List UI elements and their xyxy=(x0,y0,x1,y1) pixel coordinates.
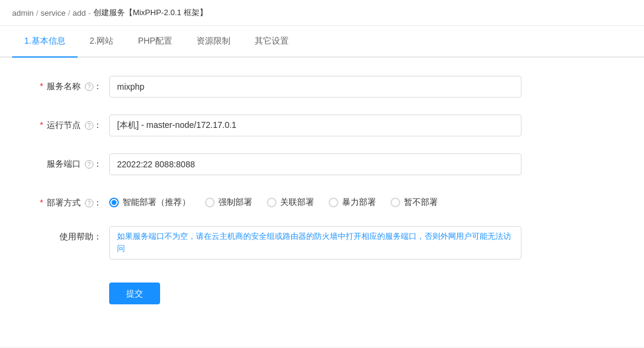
tab-other-settings[interactable]: 其它设置 xyxy=(243,26,301,58)
help-control: 如果服务端口不为空，请在云主机商的安全组或路由器的防火墙中打开相应的服务端口，否… xyxy=(109,226,534,260)
run-node-input[interactable] xyxy=(109,115,522,136)
tab-basic-info[interactable]: 1.基本信息 xyxy=(12,26,78,58)
required-star-3: * xyxy=(40,198,43,207)
radio-circle-force xyxy=(205,198,215,207)
service-port-help-icon[interactable]: ? xyxy=(85,160,93,169)
main-content: 1.基本信息 2.网站 PHP配置 资源限制 其它设置 * 服务名称 ?： * … xyxy=(0,26,644,347)
help-label: 使用帮助： xyxy=(12,226,109,243)
service-name-row: * 服务名称 ?： xyxy=(0,76,546,98)
deploy-mode-control: 智能部署（推荐） 强制部署 关联部署 暴力部署 xyxy=(109,192,534,208)
radio-smart-label: 智能部署（推荐） xyxy=(122,197,190,208)
radio-linked-deploy[interactable]: 关联部署 xyxy=(267,197,314,208)
deploy-mode-help-icon[interactable]: ? xyxy=(85,199,93,207)
help-text: 如果服务端口不为空，请在云主机商的安全组或路由器的防火墙中打开相应的服务端口，否… xyxy=(109,226,522,260)
radio-no-label: 暂不部署 xyxy=(404,197,438,208)
service-port-row: 服务端口 ?： xyxy=(0,153,546,175)
service-name-control xyxy=(109,76,534,98)
run-node-help-icon[interactable]: ? xyxy=(85,121,93,130)
service-name-label: * 服务名称 ?： xyxy=(12,76,109,93)
breadcrumb-sep-2: / xyxy=(68,8,70,18)
run-node-control xyxy=(109,115,534,136)
run-node-label: * 运行节点 ?： xyxy=(12,115,109,132)
deploy-mode-radio-group: 智能部署（推荐） 强制部署 关联部署 暴力部署 xyxy=(109,192,534,208)
radio-force-deploy[interactable]: 强制部署 xyxy=(205,197,252,208)
breadcrumb: admin / service / add - 创建服务【MixPHP-2.0.… xyxy=(0,0,644,26)
submit-row: 提交 xyxy=(0,276,546,310)
radio-no-deploy[interactable]: 暂不部署 xyxy=(391,197,438,208)
radio-circle-linked xyxy=(267,198,277,207)
service-name-help-icon[interactable]: ? xyxy=(85,82,93,91)
service-port-control xyxy=(109,153,534,175)
run-node-row: * 运行节点 ?： xyxy=(0,115,546,136)
service-port-input[interactable] xyxy=(109,153,522,175)
radio-brutal-deploy[interactable]: 暴力部署 xyxy=(329,197,376,208)
required-star: * xyxy=(40,81,43,91)
breadcrumb-add[interactable]: add xyxy=(73,8,86,18)
breadcrumb-service[interactable]: service xyxy=(41,8,65,18)
deploy-mode-row: * 部署方式 ?： 智能部署（推荐） 强制部署 关联部署 xyxy=(0,192,546,209)
breadcrumb-sep-1: / xyxy=(36,8,38,18)
service-name-input[interactable] xyxy=(109,76,522,98)
radio-force-label: 强制部署 xyxy=(218,197,252,208)
radio-circle-smart xyxy=(109,198,119,207)
breadcrumb-sep-3: - xyxy=(89,8,91,18)
radio-brutal-label: 暴力部署 xyxy=(342,197,376,208)
required-star-2: * xyxy=(40,120,43,130)
tab-php-config[interactable]: PHP配置 xyxy=(126,26,184,58)
tab-bar: 1.基本信息 2.网站 PHP配置 资源限制 其它设置 xyxy=(0,26,644,58)
submit-button[interactable]: 提交 xyxy=(109,283,160,304)
breadcrumb-current: 创建服务【MixPHP-2.0.1 框架】 xyxy=(93,7,207,18)
radio-circle-no xyxy=(391,198,400,207)
radio-smart-deploy[interactable]: 智能部署（推荐） xyxy=(109,197,190,208)
service-port-label: 服务端口 ?： xyxy=(12,153,109,170)
radio-circle-brutal xyxy=(329,198,338,207)
form-area: * 服务名称 ?： * 运行节点 ?： 服务端口 ?： xyxy=(0,58,546,329)
deploy-mode-label: * 部署方式 ?： xyxy=(12,192,109,209)
tab-website[interactable]: 2.网站 xyxy=(78,26,126,58)
help-row: 使用帮助： 如果服务端口不为空，请在云主机商的安全组或路由器的防火墙中打开相应的… xyxy=(0,226,546,260)
radio-linked-label: 关联部署 xyxy=(280,197,314,208)
breadcrumb-admin[interactable]: admin xyxy=(12,8,33,18)
tab-resource-limit[interactable]: 资源限制 xyxy=(184,26,243,58)
